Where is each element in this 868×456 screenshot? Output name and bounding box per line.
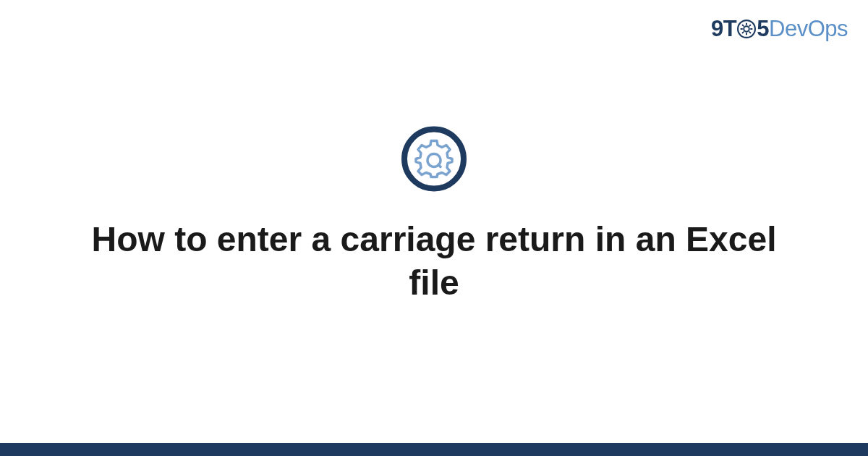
svg-point-1 — [404, 130, 464, 189]
logo-gear-icon — [737, 20, 756, 38]
site-logo: 9T 5 DevOps — [711, 16, 848, 42]
page-title: How to enter a carriage return in an Exc… — [90, 218, 778, 305]
logo-text-5: 5 — [757, 16, 769, 42]
footer-bar — [0, 443, 868, 456]
main-content: How to enter a carriage return in an Exc… — [0, 126, 868, 305]
logo-text-devops: DevOps — [769, 16, 848, 42]
logo-text-9t: 9T — [711, 16, 736, 42]
gear-badge-icon — [401, 126, 467, 193]
